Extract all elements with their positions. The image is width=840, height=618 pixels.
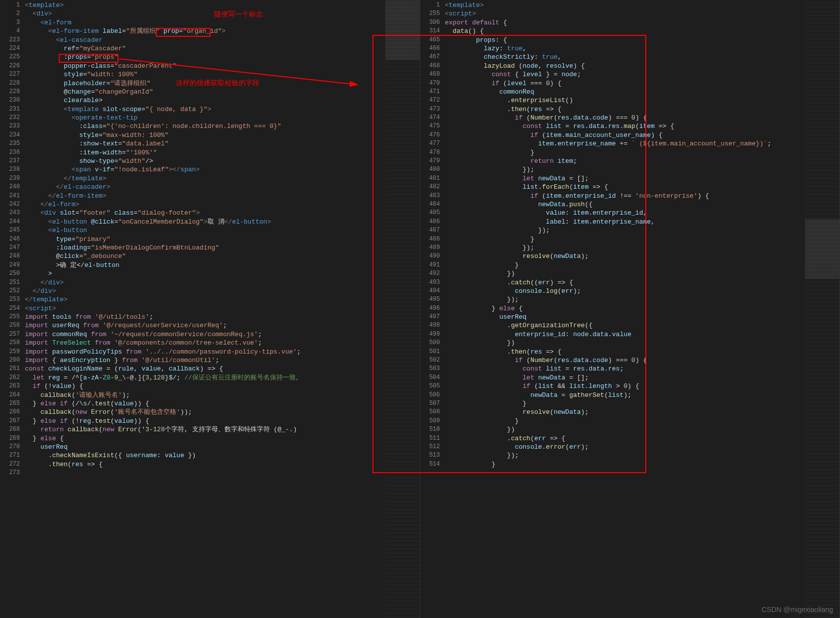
right-editor[interactable]: <template><script>export default { data(… — [445, 0, 805, 618]
left-code: <template> <div> <el-form <el-form-item … — [25, 0, 385, 469]
minimap-content — [805, 0, 840, 618]
right-minimap[interactable] — [805, 0, 840, 618]
minimap-slider[interactable] — [805, 219, 840, 279]
minimap-content — [385, 0, 420, 618]
left-editor[interactable]: <template> <div> <el-form <el-form-item … — [25, 0, 385, 618]
minimap-slider[interactable] — [385, 0, 420, 60]
left-editor-pane: 1234223224225226227228229230231232233234… — [0, 0, 420, 618]
right-editor-pane: 1255306314465466467468469470471472473474… — [420, 0, 840, 618]
right-code: <template><script>export default { data(… — [445, 0, 805, 469]
left-gutter: 1234223224225226227228229230231232233234… — [0, 0, 25, 618]
left-minimap[interactable] — [385, 0, 420, 618]
right-gutter: 1255306314465466467468469470471472473474… — [420, 0, 445, 618]
